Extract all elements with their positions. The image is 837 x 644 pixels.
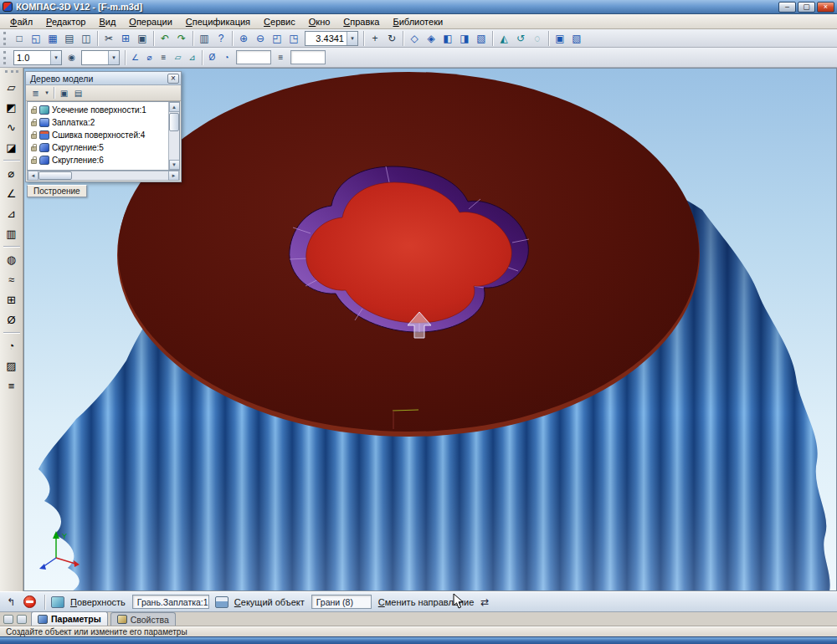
current-scale-combo[interactable]: 3.4341 ▾: [305, 31, 358, 46]
horizontal-scrollbar[interactable]: ◄ ►: [27, 171, 180, 181]
state-icon-4[interactable]: ≡: [157, 50, 171, 64]
hide-objects-icon[interactable]: ◌: [529, 30, 546, 47]
maximize-button[interactable]: ▢: [798, 2, 815, 13]
panel-sketch-icon[interactable]: ◩: [3, 98, 21, 116]
tree-report-icon[interactable]: ▤: [71, 86, 85, 100]
halftone-view-icon[interactable]: ▧: [473, 30, 490, 47]
context-help-icon[interactable]: ?: [213, 30, 229, 47]
menu-help[interactable]: Справка: [336, 15, 386, 28]
zoom-all-icon[interactable]: ◳: [285, 30, 302, 47]
state-icon-8[interactable]: ◔: [219, 50, 234, 64]
vertical-scrollbar[interactable]: ▲ ▼: [168, 102, 179, 170]
menu-file[interactable]: Файл: [3, 15, 39, 28]
copy-icon[interactable]: ⊞: [117, 30, 134, 47]
scroll-right-icon[interactable]: ►: [168, 171, 179, 181]
save-icon[interactable]: ▦: [44, 30, 61, 47]
menu-view[interactable]: Вид: [92, 15, 122, 28]
layer-combo[interactable]: ▾: [81, 50, 120, 65]
interrupt-command-icon[interactable]: [23, 595, 36, 608]
panel-edit-part-icon[interactable]: ▱: [3, 78, 21, 96]
print-icon[interactable]: ▤: [61, 30, 78, 47]
paste-icon[interactable]: ▣: [134, 30, 151, 47]
panel-curves-icon[interactable]: ∿: [3, 118, 21, 136]
zoom-window-icon[interactable]: ◰: [269, 30, 285, 47]
panel-filters-icon[interactable]: ⊿: [3, 204, 21, 222]
state-icon-5[interactable]: ▱: [171, 50, 185, 64]
panel-aux-geometry-icon[interactable]: ⌀: [3, 164, 21, 182]
viewport-3d[interactable]: Y Дерево модели × ≣ ▾ ▣ ▤: [23, 68, 837, 591]
tree-item[interactable]: Заплатка:2: [28, 116, 168, 129]
chevron-down-icon[interactable]: ▾: [43, 86, 51, 100]
menu-operations[interactable]: Операции: [122, 15, 178, 28]
pan-icon[interactable]: +: [367, 30, 383, 47]
minimize-button[interactable]: –: [778, 2, 796, 13]
tree-item[interactable]: Скругление:6: [28, 154, 168, 166]
scrollbar-thumb[interactable]: [39, 171, 72, 180]
panel-surfaces-icon[interactable]: ◪: [3, 138, 21, 156]
scroll-up-icon[interactable]: ▲: [169, 102, 180, 112]
state-icon-1[interactable]: ◉: [64, 50, 79, 64]
menu-libraries[interactable]: Библиотеки: [387, 15, 450, 28]
panel-library-icon[interactable]: ▨: [3, 356, 21, 375]
panel-options-icon[interactable]: [3, 615, 13, 624]
panel-array-icon[interactable]: ⊞: [3, 290, 21, 309]
tree-item[interactable]: Сшивка поверхностей:4: [28, 129, 168, 141]
redo-icon[interactable]: ↷: [173, 30, 190, 47]
state-icon-7[interactable]: Ø: [205, 50, 219, 64]
shaded-edges-view-icon[interactable]: ◨: [456, 30, 473, 47]
swap-direction-icon[interactable]: ⇄: [477, 595, 492, 610]
shaded-view-icon[interactable]: ◧: [439, 30, 456, 47]
panel-pin-icon[interactable]: [17, 615, 27, 624]
menu-service[interactable]: Сервис: [257, 15, 302, 28]
scroll-left-icon[interactable]: ◄: [28, 171, 39, 181]
coordinate-x-field[interactable]: [236, 50, 271, 64]
close-icon[interactable]: ×: [167, 74, 179, 84]
panel-elements-icon[interactable]: ≈: [3, 270, 21, 289]
close-button[interactable]: ×: [817, 2, 834, 13]
menu-specification[interactable]: Спецификация: [179, 15, 257, 28]
coordinate-y-field[interactable]: [290, 50, 326, 64]
toolbar-grip[interactable]: [5, 70, 18, 74]
hidden-lines-view-icon[interactable]: ◈: [423, 30, 439, 47]
zoom-out-icon[interactable]: ⊖: [252, 30, 269, 47]
chevron-down-icon[interactable]: ▾: [108, 51, 119, 64]
panel-measure-icon[interactable]: ∠: [3, 184, 21, 202]
tab-parameters[interactable]: Параметры: [31, 611, 108, 626]
panel-spec-icon[interactable]: ▥: [3, 224, 21, 243]
scroll-down-icon[interactable]: ▼: [169, 160, 180, 170]
open-document-icon[interactable]: ◱: [28, 30, 44, 47]
state-icon-9[interactable]: ≡: [274, 50, 288, 64]
menu-window[interactable]: Окно: [302, 15, 337, 28]
redraw-icon[interactable]: ↺: [512, 30, 529, 47]
cutting-object-field[interactable]: Грани (8): [311, 595, 372, 609]
new-document-icon[interactable]: □: [11, 30, 28, 47]
tree-structure-icon[interactable]: ≣: [28, 86, 43, 100]
tree-item[interactable]: Усечение поверхности:1: [28, 104, 168, 116]
toolbar-grip[interactable]: [3, 51, 8, 64]
section-view-icon[interactable]: ▧: [568, 30, 585, 47]
cut-icon[interactable]: ✂: [100, 30, 117, 47]
model-tree-titlebar[interactable]: Дерево модели ×: [26, 72, 181, 85]
model-tree-tab-construction[interactable]: Построение: [27, 185, 87, 197]
panel-params-icon[interactable]: Ø: [3, 310, 21, 329]
scrollbar-thumb[interactable]: [169, 113, 179, 131]
zoom-in-icon[interactable]: ⊕: [235, 30, 252, 47]
chevron-down-icon[interactable]: ▾: [50, 51, 61, 64]
print-preview-icon[interactable]: ◫: [78, 30, 95, 47]
wireframe-view-icon[interactable]: ◇: [406, 30, 423, 47]
create-object-icon[interactable]: ↰: [3, 595, 18, 610]
panel-tools-icon[interactable]: ≡: [3, 376, 21, 395]
step-combo[interactable]: 1.0 ▾: [13, 50, 62, 65]
panel-conditions-icon[interactable]: ◍: [3, 250, 21, 268]
toolbar-grip[interactable]: [3, 32, 8, 45]
tree-item[interactable]: Скругление:5: [28, 141, 168, 154]
model-view-icon[interactable]: ▣: [552, 30, 568, 47]
state-icon-6[interactable]: ⊿: [185, 50, 199, 64]
state-icon-3[interactable]: ⌀: [142, 50, 157, 64]
undo-icon[interactable]: ↶: [157, 30, 173, 47]
tree-composition-icon[interactable]: ▣: [57, 86, 71, 100]
surface-value-field[interactable]: Грань.Заплатка:1: [132, 595, 209, 609]
chevron-down-icon[interactable]: ▾: [347, 32, 357, 45]
panel-reports-icon[interactable]: ◔: [3, 336, 21, 355]
state-icon-2[interactable]: ∠: [128, 50, 142, 64]
